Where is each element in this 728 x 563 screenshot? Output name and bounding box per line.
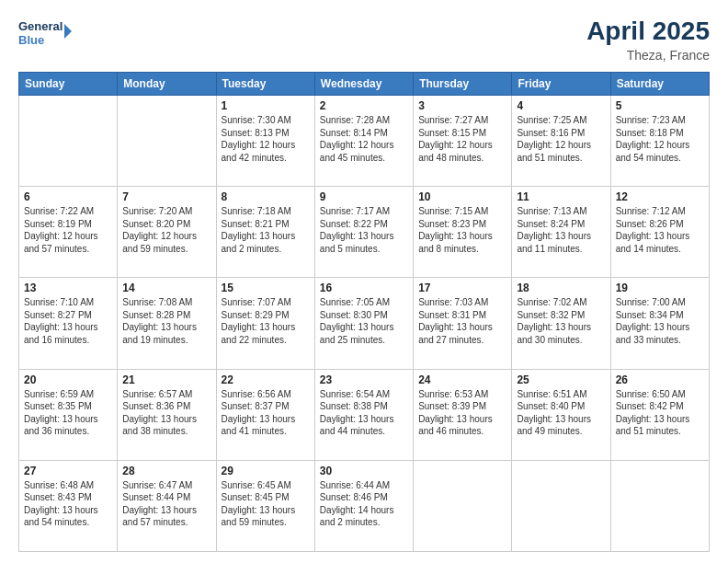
calendar-cell: 29Sunrise: 6:45 AM Sunset: 8:45 PM Dayli… — [216, 460, 314, 551]
calendar-week-row: 1Sunrise: 7:30 AM Sunset: 8:13 PM Daylig… — [19, 96, 710, 187]
calendar-week-row: 27Sunrise: 6:48 AM Sunset: 8:43 PM Dayli… — [19, 460, 710, 551]
calendar-cell: 12Sunrise: 7:12 AM Sunset: 8:26 PM Dayli… — [610, 187, 709, 278]
calendar-cell: 21Sunrise: 6:57 AM Sunset: 8:36 PM Dayli… — [118, 369, 216, 460]
calendar-cell: 19Sunrise: 7:00 AM Sunset: 8:34 PM Dayli… — [610, 278, 709, 369]
day-info: Sunrise: 6:51 AM Sunset: 8:40 PM Dayligh… — [517, 388, 605, 438]
calendar-cell — [610, 460, 709, 551]
svg-text:General: General — [18, 19, 63, 33]
day-number: 6 — [24, 190, 112, 203]
calendar-cell: 3Sunrise: 7:27 AM Sunset: 8:15 PM Daylig… — [414, 96, 512, 187]
day-number: 14 — [122, 282, 210, 294]
calendar-cell: 18Sunrise: 7:02 AM Sunset: 8:32 PM Dayli… — [512, 278, 610, 369]
svg-marker-2 — [64, 24, 72, 39]
col-sunday: Sunday — [19, 73, 118, 96]
calendar-cell: 24Sunrise: 6:53 AM Sunset: 8:39 PM Dayli… — [414, 369, 512, 460]
calendar-cell: 6Sunrise: 7:22 AM Sunset: 8:19 PM Daylig… — [19, 187, 118, 278]
calendar-cell: 5Sunrise: 7:23 AM Sunset: 8:18 PM Daylig… — [610, 96, 709, 187]
day-number: 19 — [616, 282, 704, 294]
subtitle: Theza, France — [586, 48, 710, 63]
day-info: Sunrise: 6:59 AM Sunset: 8:35 PM Dayligh… — [24, 388, 112, 438]
day-number: 2 — [320, 99, 408, 112]
header: GeneralBlue April 2025 Theza, France — [18, 17, 710, 63]
calendar-cell — [19, 96, 118, 187]
col-wednesday: Wednesday — [314, 73, 413, 96]
calendar-cell: 1Sunrise: 7:30 AM Sunset: 8:13 PM Daylig… — [216, 96, 314, 187]
day-number: 29 — [222, 465, 310, 477]
calendar-cell: 25Sunrise: 6:51 AM Sunset: 8:40 PM Dayli… — [512, 369, 610, 460]
calendar-cell: 23Sunrise: 6:54 AM Sunset: 8:38 PM Dayli… — [314, 369, 413, 460]
logo-svg: GeneralBlue — [18, 17, 74, 50]
day-info: Sunrise: 7:28 AM Sunset: 8:14 PM Dayligh… — [320, 114, 408, 164]
logo: GeneralBlue — [18, 17, 74, 50]
day-number: 25 — [517, 373, 605, 386]
calendar-cell: 9Sunrise: 7:17 AM Sunset: 8:22 PM Daylig… — [314, 187, 413, 278]
day-info: Sunrise: 7:07 AM Sunset: 8:29 PM Dayligh… — [222, 296, 310, 346]
day-info: Sunrise: 7:05 AM Sunset: 8:30 PM Dayligh… — [320, 296, 408, 346]
day-info: Sunrise: 7:08 AM Sunset: 8:28 PM Dayligh… — [122, 296, 210, 346]
day-info: Sunrise: 6:47 AM Sunset: 8:44 PM Dayligh… — [122, 479, 210, 529]
day-info: Sunrise: 7:18 AM Sunset: 8:21 PM Dayligh… — [222, 205, 310, 255]
day-number: 1 — [222, 99, 310, 112]
calendar-week-row: 20Sunrise: 6:59 AM Sunset: 8:35 PM Dayli… — [19, 369, 710, 460]
calendar-week-row: 13Sunrise: 7:10 AM Sunset: 8:27 PM Dayli… — [19, 278, 710, 369]
day-number: 10 — [418, 190, 506, 203]
day-info: Sunrise: 6:45 AM Sunset: 8:45 PM Dayligh… — [222, 479, 310, 529]
calendar-cell — [118, 96, 216, 187]
day-info: Sunrise: 7:22 AM Sunset: 8:19 PM Dayligh… — [24, 205, 112, 255]
day-info: Sunrise: 6:56 AM Sunset: 8:37 PM Dayligh… — [222, 388, 310, 438]
calendar-cell: 20Sunrise: 6:59 AM Sunset: 8:35 PM Dayli… — [19, 369, 118, 460]
calendar-cell: 15Sunrise: 7:07 AM Sunset: 8:29 PM Dayli… — [216, 278, 314, 369]
day-number: 16 — [320, 282, 408, 294]
day-info: Sunrise: 7:15 AM Sunset: 8:23 PM Dayligh… — [418, 205, 506, 255]
calendar-table: Sunday Monday Tuesday Wednesday Thursday… — [18, 72, 710, 552]
calendar-cell: 30Sunrise: 6:44 AM Sunset: 8:46 PM Dayli… — [314, 460, 413, 551]
day-number: 17 — [418, 282, 506, 294]
day-info: Sunrise: 7:17 AM Sunset: 8:22 PM Dayligh… — [320, 205, 408, 255]
day-info: Sunrise: 7:25 AM Sunset: 8:16 PM Dayligh… — [517, 114, 605, 164]
day-number: 12 — [616, 190, 704, 203]
day-info: Sunrise: 7:10 AM Sunset: 8:27 PM Dayligh… — [24, 296, 112, 346]
day-number: 28 — [122, 465, 210, 477]
day-number: 23 — [320, 373, 408, 386]
day-number: 18 — [517, 282, 605, 294]
day-info: Sunrise: 6:48 AM Sunset: 8:43 PM Dayligh… — [24, 479, 112, 529]
day-number: 22 — [222, 373, 310, 386]
day-number: 9 — [320, 190, 408, 203]
day-info: Sunrise: 6:53 AM Sunset: 8:39 PM Dayligh… — [418, 388, 506, 438]
day-number: 21 — [122, 373, 210, 386]
day-info: Sunrise: 7:20 AM Sunset: 8:20 PM Dayligh… — [122, 205, 210, 255]
col-friday: Friday — [512, 73, 610, 96]
calendar-cell — [512, 460, 610, 551]
day-info: Sunrise: 7:30 AM Sunset: 8:13 PM Dayligh… — [222, 114, 310, 164]
calendar-cell — [414, 460, 512, 551]
day-number: 8 — [222, 190, 310, 203]
calendar-cell: 28Sunrise: 6:47 AM Sunset: 8:44 PM Dayli… — [118, 460, 216, 551]
day-number: 24 — [418, 373, 506, 386]
day-number: 3 — [418, 99, 506, 112]
day-info: Sunrise: 7:00 AM Sunset: 8:34 PM Dayligh… — [616, 296, 704, 346]
day-number: 5 — [616, 99, 704, 112]
col-saturday: Saturday — [610, 73, 709, 96]
col-monday: Monday — [118, 73, 216, 96]
calendar-cell: 7Sunrise: 7:20 AM Sunset: 8:20 PM Daylig… — [118, 187, 216, 278]
day-number: 26 — [616, 373, 704, 386]
day-info: Sunrise: 7:03 AM Sunset: 8:31 PM Dayligh… — [418, 296, 506, 346]
calendar-cell: 16Sunrise: 7:05 AM Sunset: 8:30 PM Dayli… — [314, 278, 413, 369]
day-number: 20 — [24, 373, 112, 386]
day-number: 13 — [24, 282, 112, 294]
page: GeneralBlue April 2025 Theza, France Sun… — [0, 0, 728, 563]
svg-text:Blue: Blue — [18, 33, 44, 47]
day-number: 4 — [517, 99, 605, 112]
col-thursday: Thursday — [414, 73, 512, 96]
calendar-cell: 10Sunrise: 7:15 AM Sunset: 8:23 PM Dayli… — [414, 187, 512, 278]
day-info: Sunrise: 6:57 AM Sunset: 8:36 PM Dayligh… — [122, 388, 210, 438]
day-info: Sunrise: 7:27 AM Sunset: 8:15 PM Dayligh… — [418, 114, 506, 164]
calendar-cell: 17Sunrise: 7:03 AM Sunset: 8:31 PM Dayli… — [414, 278, 512, 369]
day-number: 7 — [122, 190, 210, 203]
day-info: Sunrise: 7:23 AM Sunset: 8:18 PM Dayligh… — [616, 114, 704, 164]
day-info: Sunrise: 6:44 AM Sunset: 8:46 PM Dayligh… — [320, 479, 408, 529]
day-number: 15 — [222, 282, 310, 294]
day-info: Sunrise: 7:13 AM Sunset: 8:24 PM Dayligh… — [517, 205, 605, 255]
calendar-cell: 14Sunrise: 7:08 AM Sunset: 8:28 PM Dayli… — [118, 278, 216, 369]
calendar-cell: 27Sunrise: 6:48 AM Sunset: 8:43 PM Dayli… — [19, 460, 118, 551]
